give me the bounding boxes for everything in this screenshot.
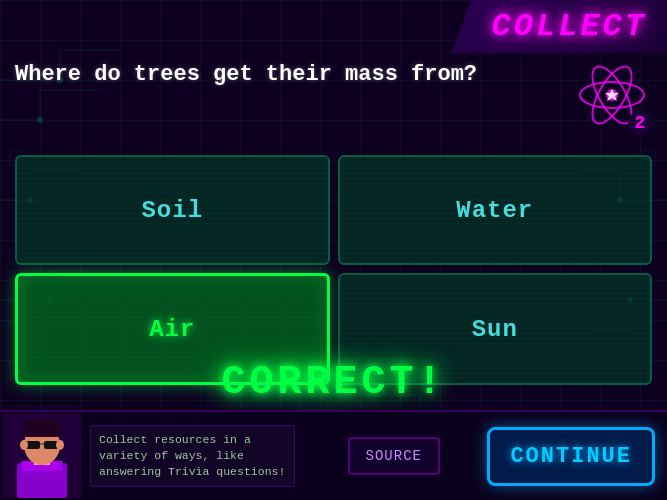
svg-point-25 xyxy=(56,440,64,450)
continue-label: CONTINUE xyxy=(510,444,632,469)
answer-water-label: Water xyxy=(456,197,533,224)
answer-air-label: Air xyxy=(149,316,195,343)
collect-label: COLLECT xyxy=(492,8,647,45)
hint-text: Collect resources in a variety of ways, … xyxy=(99,432,286,480)
svg-point-24 xyxy=(20,440,28,450)
svg-point-1 xyxy=(37,117,43,123)
answer-water[interactable]: Water xyxy=(338,155,653,265)
atom-count-badge: 2 xyxy=(628,111,652,135)
source-area: SOURCE xyxy=(300,437,487,475)
correct-text: CORRECT! xyxy=(221,360,445,405)
collect-header: COLLECT xyxy=(452,0,667,53)
continue-button[interactable]: CONTINUE xyxy=(487,427,655,486)
svg-rect-19 xyxy=(26,441,40,449)
answer-soil[interactable]: Soil xyxy=(15,155,330,265)
atom-icon-container: 2 xyxy=(577,60,647,130)
character-avatar xyxy=(0,411,85,500)
answer-soil-label: Soil xyxy=(141,197,203,224)
question-text: Where do trees get their mass from? xyxy=(15,62,477,87)
source-button[interactable]: SOURCE xyxy=(348,437,440,475)
answers-grid: Soil Water Air Sun xyxy=(15,155,652,385)
svg-rect-23 xyxy=(24,423,60,437)
hint-box: Collect resources in a variety of ways, … xyxy=(90,425,295,487)
svg-rect-20 xyxy=(44,441,58,449)
bottom-bar: Collect resources in a variety of ways, … xyxy=(0,410,667,500)
correct-banner: CORRECT! xyxy=(0,360,667,405)
answer-sun-label: Sun xyxy=(472,316,518,343)
avatar-svg xyxy=(2,413,82,498)
question-area: Where do trees get their mass from? xyxy=(15,60,557,91)
source-label: SOURCE xyxy=(366,448,422,464)
